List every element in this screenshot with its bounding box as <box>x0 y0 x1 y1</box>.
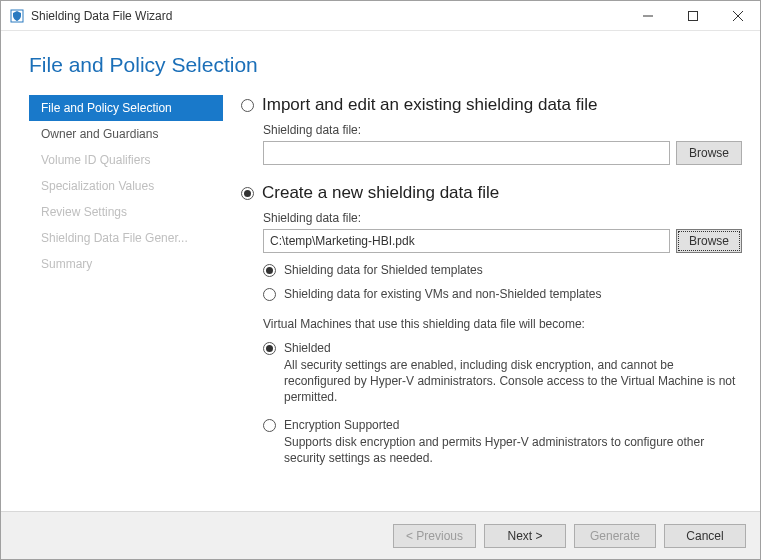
sidebar-item-specialization: Specialization Values <box>29 173 223 199</box>
titlebar: Shielding Data File Wizard <box>1 1 760 31</box>
radio-icon <box>241 187 254 200</box>
radio-icon <box>263 264 276 277</box>
sidebar-item-volume-id: Volume ID Qualifiers <box>29 147 223 173</box>
page-title: File and Policy Selection <box>1 31 760 95</box>
radio-template-existing[interactable]: Shielding data for existing VMs and non-… <box>263 287 742 301</box>
previous-button[interactable]: < Previous <box>393 524 476 548</box>
radio-mode-encryption-supported[interactable]: Encryption Supported <box>263 418 742 432</box>
svg-rect-2 <box>688 11 697 20</box>
main-area: File and Policy Selection Owner and Guar… <box>1 95 760 511</box>
radio-create[interactable]: Create a new shielding data file <box>241 183 742 203</box>
create-browse-button[interactable]: Browse <box>676 229 742 253</box>
sidebar-item-file-policy[interactable]: File and Policy Selection <box>29 95 223 121</box>
radio-template-shielded[interactable]: Shielding data for Shielded templates <box>263 263 742 277</box>
mode-encsup-desc: Supports disk encryption and permits Hyp… <box>284 434 742 466</box>
mode-shielded-desc: All security settings are enabled, inclu… <box>284 357 742 406</box>
option-create-heading: Create a new shielding data file <box>262 183 499 203</box>
radio-icon <box>263 342 276 355</box>
sidebar-item-generation: Shielding Data File Gener... <box>29 225 223 251</box>
footer: < Previous Next > Generate Cancel <box>1 511 760 559</box>
option-create: Create a new shielding data file Shieldi… <box>241 183 742 466</box>
window-controls <box>625 1 760 30</box>
option-import-heading: Import and edit an existing shielding da… <box>262 95 597 115</box>
radio-icon <box>263 288 276 301</box>
next-button[interactable]: Next > <box>484 524 566 548</box>
create-field-label: Shielding data file: <box>263 211 742 225</box>
radio-icon <box>263 419 276 432</box>
radio-import[interactable]: Import and edit an existing shielding da… <box>241 95 742 115</box>
create-path-input[interactable] <box>263 229 670 253</box>
content: File and Policy Selection File and Polic… <box>1 31 760 511</box>
cancel-button[interactable]: Cancel <box>664 524 746 548</box>
option-import: Import and edit an existing shielding da… <box>241 95 742 165</box>
import-field-label: Shielding data file: <box>263 123 742 137</box>
import-path-input[interactable] <box>263 141 670 165</box>
sidebar-item-owner-guardians[interactable]: Owner and Guardians <box>29 121 223 147</box>
generate-button[interactable]: Generate <box>574 524 656 548</box>
sidebar-item-summary: Summary <box>29 251 223 277</box>
close-button[interactable] <box>715 1 760 30</box>
import-browse-button[interactable]: Browse <box>676 141 742 165</box>
mode-intro: Virtual Machines that use this shielding… <box>263 317 742 331</box>
sidebar: File and Policy Selection Owner and Guar… <box>29 95 223 511</box>
sidebar-item-review: Review Settings <box>29 199 223 225</box>
settings-pane: Import and edit an existing shielding da… <box>223 95 742 511</box>
app-icon <box>9 8 25 24</box>
window-title: Shielding Data File Wizard <box>31 9 172 23</box>
radio-icon <box>241 99 254 112</box>
minimize-button[interactable] <box>625 1 670 30</box>
maximize-button[interactable] <box>670 1 715 30</box>
radio-mode-shielded[interactable]: Shielded <box>263 341 742 355</box>
